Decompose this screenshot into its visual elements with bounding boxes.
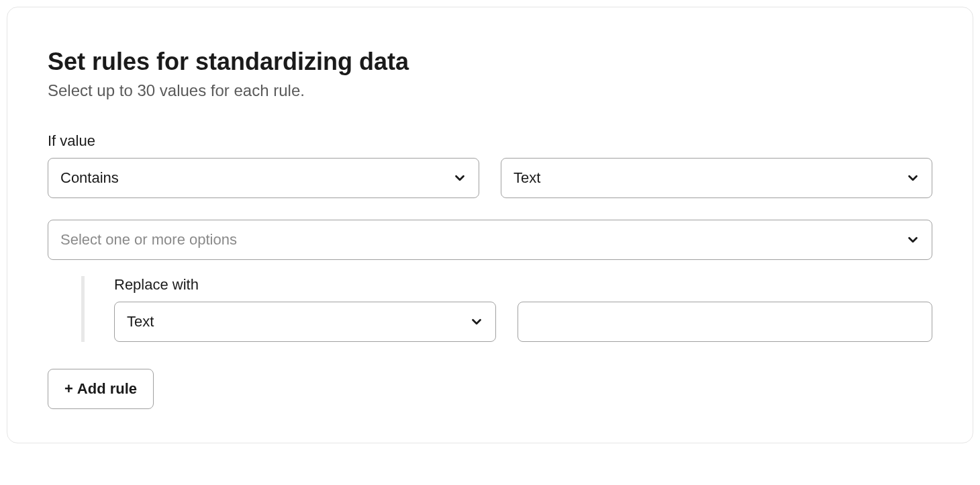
replace-type-select[interactable]: Text xyxy=(114,302,496,342)
replace-section: Replace with Text xyxy=(48,276,932,342)
replace-row: Text xyxy=(114,302,932,342)
page-title: Set rules for standardizing data xyxy=(48,48,932,76)
if-value-label: If value xyxy=(48,132,932,150)
replace-with-label: Replace with xyxy=(114,276,932,294)
rules-card: Set rules for standardizing data Select … xyxy=(7,7,973,443)
type-select-value: Text xyxy=(513,169,540,187)
page-subtitle: Select up to 30 values for each rule. xyxy=(48,81,932,100)
plus-icon: + xyxy=(64,380,73,398)
type-select[interactable]: Text xyxy=(501,158,932,198)
add-rule-label: Add rule xyxy=(77,380,137,398)
add-rule-button[interactable]: + Add rule xyxy=(48,369,154,409)
condition-select[interactable]: Contains xyxy=(48,158,479,198)
replace-type-select-value: Text xyxy=(127,313,154,330)
condition-row: Contains Text xyxy=(48,158,932,198)
condition-select-value: Contains xyxy=(60,169,119,187)
options-row: Select one or more options xyxy=(48,220,932,260)
replace-value-input[interactable] xyxy=(518,302,932,342)
options-multiselect[interactable]: Select one or more options xyxy=(48,220,932,260)
options-multiselect-placeholder: Select one or more options xyxy=(60,231,237,249)
